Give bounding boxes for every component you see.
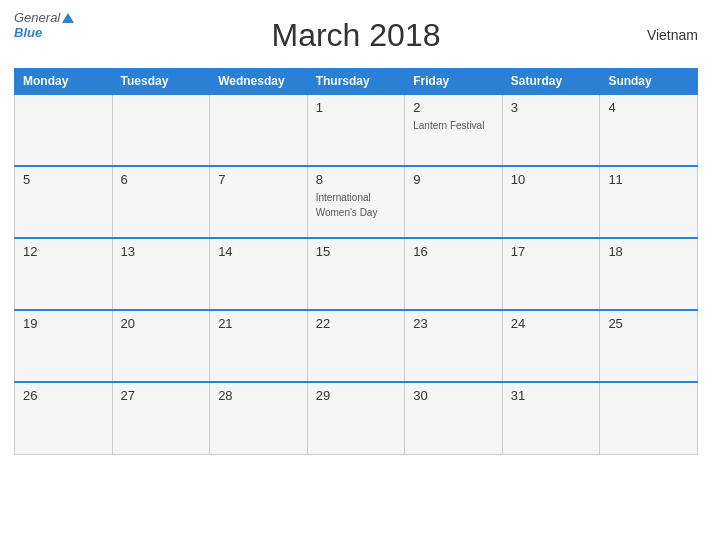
table-row: 27 [112,382,210,454]
calendar-title: March 2018 [272,17,441,54]
day-number: 18 [608,244,689,259]
day-number: 17 [511,244,592,259]
header-friday: Friday [405,69,503,95]
table-row: 31 [502,382,600,454]
day-number: 8 [316,172,397,187]
table-row: 6 [112,166,210,238]
day-number: 5 [23,172,104,187]
table-row: 30 [405,382,503,454]
logo-blue-text: Blue [14,25,42,40]
day-number: 20 [121,316,202,331]
day-number: 15 [316,244,397,259]
day-number: 1 [316,100,397,115]
table-row: 15 [307,238,405,310]
table-row: 19 [15,310,113,382]
table-row: 21 [210,310,308,382]
table-row: 26 [15,382,113,454]
table-row: 12 [15,238,113,310]
table-row [600,382,698,454]
header-monday: Monday [15,69,113,95]
logo-general-text: General [14,10,60,25]
logo-triangle-icon [62,13,74,23]
table-row: 22 [307,310,405,382]
day-number: 22 [316,316,397,331]
day-number: 23 [413,316,494,331]
day-number: 11 [608,172,689,187]
table-row: 7 [210,166,308,238]
calendar-week-row: 12Lantern Festival34 [15,94,698,166]
table-row: 9 [405,166,503,238]
calendar-grid: Monday Tuesday Wednesday Thursday Friday… [14,68,698,455]
day-number: 30 [413,388,494,403]
table-row: 13 [112,238,210,310]
table-row: 20 [112,310,210,382]
day-number: 9 [413,172,494,187]
day-number: 21 [218,316,299,331]
table-row: 14 [210,238,308,310]
table-row: 1 [307,94,405,166]
table-row: 17 [502,238,600,310]
day-number: 4 [608,100,689,115]
day-number: 12 [23,244,104,259]
calendar-week-row: 19202122232425 [15,310,698,382]
table-row: 28 [210,382,308,454]
event-label: Lantern Festival [413,120,484,131]
day-number: 28 [218,388,299,403]
calendar-week-row: 12131415161718 [15,238,698,310]
day-number: 14 [218,244,299,259]
day-number: 3 [511,100,592,115]
calendar-container: General Blue March 2018 Vietnam Monday T… [0,0,712,550]
table-row [15,94,113,166]
day-number: 6 [121,172,202,187]
calendar-header: General Blue March 2018 Vietnam [14,10,698,60]
weekday-header-row: Monday Tuesday Wednesday Thursday Friday… [15,69,698,95]
header-saturday: Saturday [502,69,600,95]
day-number: 19 [23,316,104,331]
table-row: 24 [502,310,600,382]
table-row: 29 [307,382,405,454]
header-tuesday: Tuesday [112,69,210,95]
header-sunday: Sunday [600,69,698,95]
country-label: Vietnam [647,27,698,43]
logo: General Blue [14,10,74,40]
table-row: 18 [600,238,698,310]
table-row: 8International Women's Day [307,166,405,238]
table-row: 23 [405,310,503,382]
header-wednesday: Wednesday [210,69,308,95]
table-row [210,94,308,166]
day-number: 25 [608,316,689,331]
event-label: International Women's Day [316,192,378,218]
table-row: 4 [600,94,698,166]
table-row: 25 [600,310,698,382]
table-row: 3 [502,94,600,166]
day-number: 10 [511,172,592,187]
calendar-week-row: 262728293031 [15,382,698,454]
day-number: 16 [413,244,494,259]
day-number: 27 [121,388,202,403]
day-number: 24 [511,316,592,331]
day-number: 2 [413,100,494,115]
table-row [112,94,210,166]
header-thursday: Thursday [307,69,405,95]
table-row: 10 [502,166,600,238]
table-row: 11 [600,166,698,238]
calendar-week-row: 5678International Women's Day91011 [15,166,698,238]
day-number: 29 [316,388,397,403]
table-row: 5 [15,166,113,238]
table-row: 16 [405,238,503,310]
day-number: 26 [23,388,104,403]
day-number: 13 [121,244,202,259]
day-number: 31 [511,388,592,403]
day-number: 7 [218,172,299,187]
table-row: 2Lantern Festival [405,94,503,166]
